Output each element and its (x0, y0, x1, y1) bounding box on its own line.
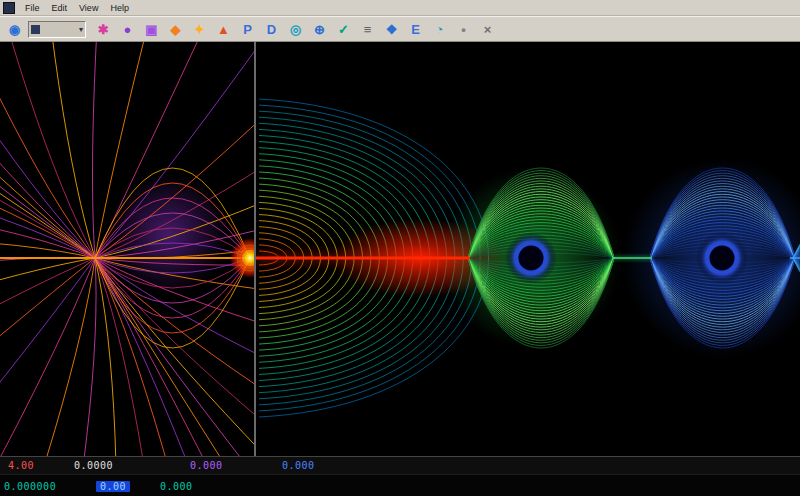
app-window: FileEditViewHelp ◉ ▾ ✱●▣◆✦▲PD◎⊕✓≡❖E◔•× 4… (0, 0, 800, 496)
toolbar: ◉ ▾ ✱●▣◆✦▲PD◎⊕✓≡❖E◔•× (0, 16, 800, 42)
disc-icon: ◉ (9, 23, 20, 36)
spark-button[interactable]: ✦ (189, 19, 210, 40)
plus-circle-button[interactable]: ⊕ (309, 19, 330, 40)
menu-lines-button[interactable]: ≡ (357, 19, 378, 40)
letter-p-button[interactable]: P (237, 19, 258, 40)
box-icon: ▣ (145, 23, 157, 36)
check-icon: ✓ (338, 23, 349, 36)
cluster-button[interactable]: ❖ (381, 19, 402, 40)
viz-canvas[interactable] (0, 42, 800, 456)
check-button[interactable]: ✓ (333, 19, 354, 40)
gauge-icon: ◔ (436, 23, 444, 36)
menubar: FileEditViewHelp (0, 0, 800, 16)
cluster-icon: ❖ (386, 23, 398, 36)
statusbar-item-2: 0.000 (190, 460, 223, 471)
toolbar-left: ◉ (4, 19, 25, 40)
dot-icon: • (461, 23, 466, 36)
triangle-button[interactable]: ▲ (213, 19, 234, 40)
statusbar-item-1: 0.0000 (74, 460, 113, 471)
toolbar-buttons: ✱●▣◆✦▲PD◎⊕✓≡❖E◔•× (93, 19, 498, 40)
flower-icon: ✱ (98, 23, 109, 36)
letter-e-icon: E (411, 23, 420, 36)
infobar-item-1: 0.00 (96, 481, 130, 492)
infobar-item-2: 0.000 (160, 481, 193, 492)
plus-circle-icon: ⊕ (314, 23, 325, 36)
chevron-down-icon: ▾ (79, 25, 83, 34)
menu-item-help[interactable]: Help (108, 3, 131, 13)
dot-button[interactable]: • (453, 19, 474, 40)
infobar-item-0: 0.000000 (4, 481, 56, 492)
diamond-button[interactable]: ◆ (165, 19, 186, 40)
letter-p-icon: P (243, 23, 252, 36)
close-button[interactable]: × (477, 19, 498, 40)
swatch-icon (31, 25, 40, 34)
app-icon (3, 2, 15, 14)
orb-icon: ● (124, 23, 132, 36)
menubar-items: FileEditViewHelp (23, 3, 131, 13)
viewport[interactable] (0, 42, 800, 456)
orb-button[interactable]: ● (117, 19, 138, 40)
letter-d-icon: D (267, 23, 276, 36)
statusbar-item-0: 4.00 (8, 460, 34, 471)
toolbar-combo[interactable]: ▾ (28, 21, 86, 38)
target-icon: ◎ (290, 23, 301, 36)
triangle-icon: ▲ (217, 23, 230, 36)
infobar: 0.0000000.000.000 (0, 474, 800, 496)
close-icon: × (484, 23, 492, 36)
statusbar: 4.000.00000.0000.000 (0, 456, 800, 474)
gauge-button[interactable]: ◔ (429, 19, 450, 40)
letter-d-button[interactable]: D (261, 19, 282, 40)
diamond-icon: ◆ (171, 23, 181, 36)
disc-button[interactable]: ◉ (4, 19, 25, 40)
menu-item-file[interactable]: File (23, 3, 42, 13)
letter-e-button[interactable]: E (405, 19, 426, 40)
spark-icon: ✦ (194, 23, 205, 36)
target-button[interactable]: ◎ (285, 19, 306, 40)
box-button[interactable]: ▣ (141, 19, 162, 40)
statusbar-item-3: 0.000 (282, 460, 315, 471)
menu-lines-icon: ≡ (364, 23, 372, 36)
flower-button[interactable]: ✱ (93, 19, 114, 40)
menu-item-edit[interactable]: Edit (50, 3, 70, 13)
menu-item-view[interactable]: View (77, 3, 100, 13)
